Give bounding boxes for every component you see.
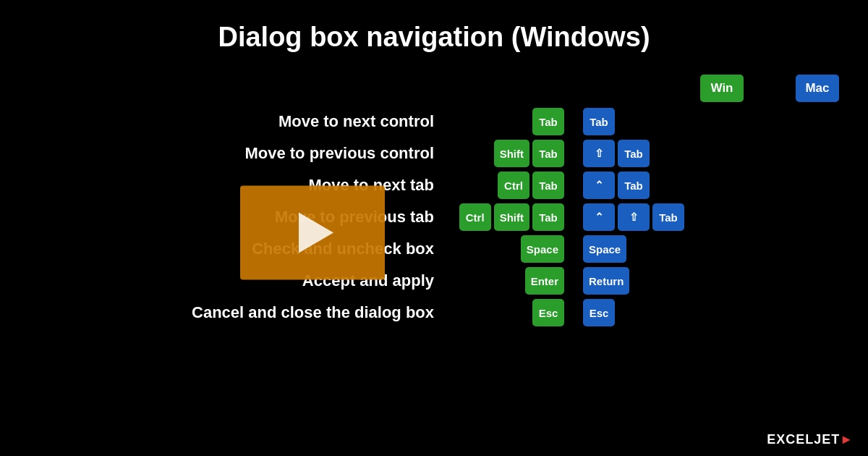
key-group: Tab Tab: [448, 108, 839, 135]
mac-keys: ⌃ Tab: [583, 172, 650, 199]
table-row: Move to previous control Shift Tab ⇧ Tab: [29, 140, 839, 167]
win-keys: Ctrl Tab: [448, 172, 564, 199]
table-row: Cancel and close the dialog box Esc Esc: [29, 299, 839, 326]
win-keys: Space: [448, 235, 564, 263]
key-group: Shift Tab ⇧ Tab: [448, 140, 839, 167]
mac-keys: ⇧ Tab: [583, 140, 650, 167]
key-ctrl-mac: ⌃: [583, 203, 615, 231]
play-icon: [299, 213, 333, 253]
key-group: Ctrl Shift Tab ⌃ ⇧ Tab: [448, 203, 839, 231]
mac-keys: Esc: [583, 299, 615, 326]
table-row: Move to previous tab Ctrl Shift Tab ⌃ ⇧ …: [29, 203, 839, 231]
table-row: Move to next control Tab Tab: [29, 108, 839, 135]
key-ctrl-win: Ctrl: [459, 203, 491, 231]
key-esc-mac: Esc: [583, 299, 615, 326]
key-tab-mac: Tab: [618, 172, 650, 199]
key-enter-win: Enter: [525, 267, 564, 295]
main-container: Dialog box navigation (Windows) Win Mac …: [0, 0, 868, 456]
shortcut-label: Move to previous tab: [29, 208, 448, 227]
key-ctrl-mac: ⌃: [583, 172, 615, 199]
key-tab-win: Tab: [532, 108, 564, 135]
shortcuts-table: Move to next control Tab Tab Move to pre…: [29, 108, 839, 326]
key-tab-mac: Tab: [652, 203, 684, 231]
table-row: Accept and apply Enter Return: [29, 267, 839, 295]
table-row: Move to next tab Ctrl Tab ⌃ Tab: [29, 172, 839, 199]
shortcut-label: Check and uncheck box: [29, 240, 448, 258]
mac-keys: Tab: [583, 108, 615, 135]
shortcut-label: Move to next tab: [29, 176, 448, 195]
key-group: Ctrl Tab ⌃ Tab: [448, 172, 839, 199]
page-title: Dialog box navigation (Windows): [218, 22, 650, 53]
key-group: Space Space: [448, 235, 839, 263]
key-tab-win: Tab: [532, 140, 564, 167]
shortcut-label: Accept and apply: [29, 271, 448, 290]
key-group: Esc Esc: [448, 299, 839, 326]
key-group: Enter Return: [448, 267, 839, 295]
key-tab-win: Tab: [532, 172, 564, 199]
header-row: Win Mac: [29, 75, 839, 102]
key-space-win: Space: [521, 235, 564, 263]
key-esc-win: Esc: [532, 299, 564, 326]
key-tab-win: Tab: [532, 203, 564, 231]
key-shift-win: Shift: [494, 203, 529, 231]
key-ctrl-win: Ctrl: [498, 172, 529, 199]
win-keys: Esc: [448, 299, 564, 326]
key-shift-mac: ⇧: [583, 140, 615, 167]
logo: EXCELJET►: [767, 432, 854, 447]
shortcut-label: Move to previous control: [29, 144, 448, 163]
key-return-mac: Return: [583, 267, 629, 295]
win-keys: Enter: [448, 267, 564, 295]
mac-keys: Return: [583, 267, 629, 295]
win-keys: Tab: [448, 108, 564, 135]
key-shift-win: Shift: [494, 140, 529, 167]
logo-accent: ►: [840, 432, 854, 447]
shortcut-label: Move to next control: [29, 112, 448, 131]
key-shift-mac: ⇧: [618, 203, 650, 231]
mac-keys: Space: [583, 235, 626, 263]
key-tab-mac: Tab: [583, 108, 615, 135]
win-keys: Ctrl Shift Tab: [448, 203, 564, 231]
table-row: Check and uncheck box Space Space: [29, 235, 839, 263]
key-tab-mac: Tab: [618, 140, 650, 167]
win-keys: Shift Tab: [448, 140, 564, 167]
shortcut-label: Cancel and close the dialog box: [29, 303, 448, 322]
win-header-label: Win: [700, 75, 744, 102]
key-space-mac: Space: [583, 235, 626, 263]
play-button[interactable]: [240, 186, 385, 280]
mac-keys: ⌃ ⇧ Tab: [583, 203, 684, 231]
mac-header-label: Mac: [796, 75, 839, 102]
